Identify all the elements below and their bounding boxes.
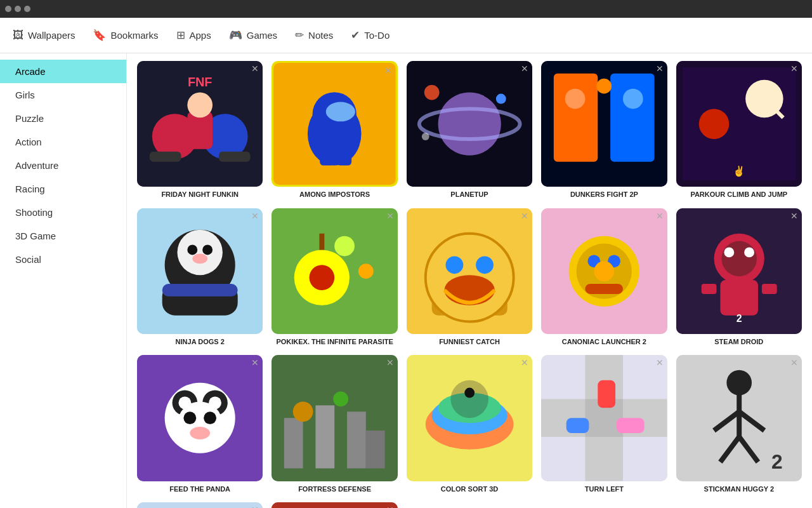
game-close-turn-left[interactable]: ✕ (656, 358, 664, 368)
svg-rect-112 (272, 502, 397, 508)
nav-item-games[interactable]: 🎮Games (229, 29, 277, 42)
game-thumb-inner-among-impostors (273, 63, 395, 185)
games-icon: 🎮 (229, 29, 242, 42)
game-card-mahjong[interactable]: 中發 ✕ Mahjong (137, 502, 263, 508)
game-card-pokikex[interactable]: ✕ Pokikex. The Infinite Parasite (272, 208, 397, 347)
nav-label-games: Games (247, 30, 277, 41)
game-close-canoniac[interactable]: ✕ (656, 211, 664, 221)
games-grid[interactable]: FNF ✕ Friday Night Funkin ✕ Among Impost… (127, 53, 812, 508)
game-close-among-impostors[interactable]: ✕ (384, 65, 392, 76)
game-title-planetup: PLANETUP (450, 190, 488, 199)
game-close-pokikex[interactable]: ✕ (386, 211, 394, 221)
game-close-mushroom[interactable]: ✕ (386, 505, 394, 508)
sidebar-item-shooting[interactable]: Shooting (0, 201, 126, 224)
svg-rect-79 (284, 418, 303, 469)
sidebar-item-arcade[interactable]: Arcade (0, 60, 126, 83)
sidebar-item-adventure[interactable]: Adventure (0, 154, 126, 177)
svg-rect-66 (761, 284, 776, 294)
bookmarks-icon: 🔖 (93, 29, 106, 42)
nav-item-wallpapers[interactable]: 🖼Wallpapers (13, 29, 75, 42)
dot-3 (24, 6, 30, 12)
game-close-dunkers-fight[interactable]: ✕ (656, 64, 664, 74)
svg-rect-13 (337, 149, 351, 166)
game-thumb-inner-ninja-dogs (137, 208, 263, 334)
game-card-ninja-dogs[interactable]: ✕ Ninja Dogs 2 (137, 208, 263, 347)
game-card-dunkers-fight[interactable]: ✕ Dunkers Fight 2P (541, 61, 667, 199)
nav-bar: 🖼Wallpapers🔖Bookmarks⊞Apps🎮Games✏Notes✔T… (0, 18, 812, 53)
game-card-friday-night[interactable]: FNF ✕ Friday Night Funkin (137, 61, 263, 199)
game-thumb-inner-turn-left (541, 355, 667, 481)
dot-1 (5, 6, 11, 12)
svg-rect-22 (610, 74, 654, 162)
svg-rect-21 (554, 74, 598, 162)
game-thumb-inner-color-sort (407, 355, 532, 481)
game-card-color-sort[interactable]: ✕ Color Sort 3D (407, 355, 532, 493)
svg-point-15 (438, 93, 501, 156)
game-close-ninja-dogs[interactable]: ✕ (251, 211, 259, 221)
game-thumb-feed-panda: ✕ (137, 355, 263, 481)
game-card-parkour[interactable]: ✌ ✕ Parkour Climb And Jump (676, 61, 802, 199)
nav-item-todo[interactable]: ✔To-Do (351, 29, 390, 42)
svg-text:✌: ✌ (733, 165, 745, 177)
svg-point-61 (721, 241, 757, 276)
svg-point-35 (187, 244, 197, 255)
nav-item-bookmarks[interactable]: 🔖Bookmarks (93, 29, 158, 42)
game-card-funniest-catch[interactable]: ✕ Funniest Catch (407, 208, 532, 347)
game-close-steam-droid[interactable]: ✕ (790, 211, 798, 221)
svg-point-18 (496, 94, 506, 104)
game-close-friday-night[interactable]: ✕ (251, 64, 259, 74)
svg-rect-12 (320, 149, 335, 166)
svg-point-44 (335, 236, 355, 256)
game-thumb-funniest-catch: ✕ (407, 208, 532, 334)
game-thumb-among-impostors: ✕ (272, 61, 397, 187)
svg-point-74 (204, 412, 216, 425)
game-close-mahjong[interactable]: ✕ (251, 505, 259, 508)
svg-point-19 (422, 133, 429, 140)
game-close-color-sort[interactable]: ✕ (521, 358, 528, 368)
game-card-feed-panda[interactable]: ✕ Feed The Panda (137, 355, 263, 493)
game-thumb-turn-left: ✕ (541, 355, 667, 481)
svg-rect-97 (566, 418, 589, 434)
game-thumb-inner-pokikex (272, 208, 397, 334)
main-container: 🖼Wallpapers🔖Bookmarks⊞Apps🎮Games✏Notes✔T… (0, 18, 812, 508)
nav-label-apps: Apps (190, 30, 211, 41)
svg-rect-65 (701, 284, 716, 294)
sidebar-item-puzzle[interactable]: Puzzle (0, 107, 126, 130)
game-card-fortress-defense[interactable]: ✕ Fortress Defense (272, 355, 397, 493)
wallpapers-icon: 🖼 (13, 29, 23, 42)
game-close-fortress-defense[interactable]: ✕ (386, 358, 394, 368)
svg-point-24 (623, 89, 643, 109)
game-close-feed-panda[interactable]: ✕ (251, 358, 259, 368)
game-thumb-inner-canoniac (541, 208, 667, 334)
game-card-stickman[interactable]: 2 ✕ Stickman Huggy 2 (676, 355, 802, 493)
svg-point-73 (183, 412, 196, 425)
nav-item-apps[interactable]: ⊞Apps (176, 29, 211, 42)
game-thumb-inner-parkour: ✌ (676, 61, 802, 187)
game-thumb-canoniac: ✕ (541, 208, 667, 334)
game-thumb-color-sort: ✕ (407, 355, 532, 481)
svg-rect-3 (150, 152, 181, 162)
svg-point-77 (209, 397, 221, 410)
svg-rect-96 (617, 418, 645, 434)
nav-item-notes[interactable]: ✏Notes (295, 29, 333, 42)
game-thumb-inner-feed-panda (137, 355, 263, 481)
sidebar-item-social[interactable]: Social (0, 248, 126, 271)
game-close-parkour[interactable]: ✕ (790, 64, 798, 74)
svg-rect-95 (598, 380, 615, 408)
sidebar-item-racing[interactable]: Racing (0, 177, 126, 201)
sidebar-item-girls[interactable]: Girls (0, 83, 126, 107)
nav-label-bookmarks: Bookmarks (110, 30, 158, 41)
game-card-mushroom[interactable]: ✕ Mushroom (272, 502, 397, 508)
game-title-steam-droid: Steam Droid (714, 337, 763, 346)
game-card-canoniac[interactable]: ✕ Canoniac Launcher 2 (541, 208, 667, 347)
sidebar-item-3dgame[interactable]: 3D Game (0, 224, 126, 248)
game-card-among-impostors[interactable]: ✕ Among Impostors (272, 61, 397, 199)
game-close-stickman[interactable]: ✕ (790, 358, 798, 368)
game-close-funniest-catch[interactable]: ✕ (521, 211, 528, 221)
game-card-planetup[interactable]: ✕ PLANETUP (407, 61, 532, 199)
sidebar-item-action[interactable]: Action (0, 130, 126, 154)
game-card-steam-droid[interactable]: 2 ✕ Steam Droid (676, 208, 802, 347)
game-close-planetup[interactable]: ✕ (521, 64, 528, 74)
content-area: ArcadeGirlsPuzzleActionAdventureRacingSh… (0, 53, 812, 508)
game-card-turn-left[interactable]: ✕ Turn Left (541, 355, 667, 493)
